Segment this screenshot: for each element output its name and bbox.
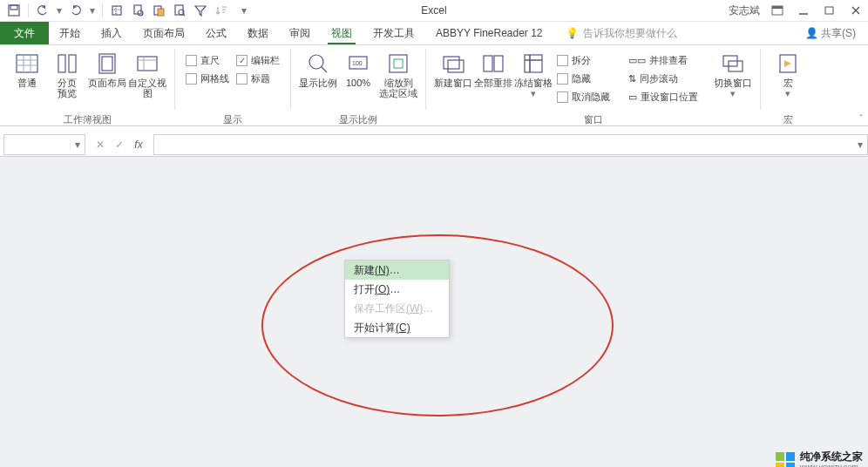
sidebyside-icon: ▭▭: [628, 55, 646, 66]
account-name[interactable]: 安志斌: [729, 3, 760, 18]
svg-rect-1: [10, 5, 17, 10]
svg-rect-24: [448, 60, 464, 72]
tab-review[interactable]: 审阅: [279, 22, 321, 44]
share-button[interactable]: 👤 共享(S): [793, 22, 868, 44]
svg-rect-17: [138, 57, 157, 71]
collapse-ribbon-icon[interactable]: ˆ: [859, 113, 863, 124]
chk-gridlines[interactable]: 网格线: [186, 72, 229, 85]
svg-text:100: 100: [352, 60, 363, 66]
enter-formula-icon[interactable]: ✓: [110, 135, 129, 154]
name-box[interactable]: ▾: [3, 134, 85, 155]
chevron-down-icon[interactable]: ▾: [853, 139, 867, 151]
btn-arrange-all[interactable]: 全部重排: [473, 48, 513, 88]
watermark-logo-icon: [776, 452, 795, 467]
btn-normal-view[interactable]: 普通: [7, 48, 47, 88]
minimize-icon[interactable]: [795, 2, 812, 19]
print-area-icon[interactable]: [108, 2, 125, 19]
svg-rect-23: [444, 57, 459, 69]
svg-point-4: [138, 10, 143, 16]
btn-sync-scroll[interactable]: ⇅同步滚动: [628, 72, 698, 85]
redo-icon[interactable]: [67, 2, 85, 19]
lightbulb-icon: 💡: [566, 27, 579, 39]
redo-dropdown-icon[interactable]: ▾: [88, 2, 97, 19]
chk-headings[interactable]: 标题: [236, 72, 280, 85]
close-icon[interactable]: [847, 2, 865, 19]
worksheet-area[interactable]: 新建(N)… 打开(O)… 保存工作区(W)… 开始计算(C) 纯净系统之家ww…: [0, 157, 868, 467]
context-menu: 新建(N)… 打开(O)… 保存工作区(W)… 开始计算(C): [344, 260, 450, 338]
svg-point-18: [309, 55, 323, 69]
share-icon: 👤: [805, 27, 818, 39]
svg-rect-27: [525, 55, 542, 72]
menu-open[interactable]: 打开(O)…: [345, 280, 449, 299]
btn-zoom-100[interactable]: 100100%: [338, 48, 378, 88]
title-bar: Excel ▾ ▾ ▾ 安志斌: [0, 0, 868, 22]
print-preview-icon[interactable]: [129, 2, 146, 19]
undo-dropdown-icon[interactable]: ▾: [55, 2, 64, 19]
chk-ruler[interactable]: 直尺: [186, 54, 229, 67]
btn-zoom[interactable]: 显示比例: [298, 48, 338, 88]
find-icon[interactable]: [171, 2, 188, 19]
tab-layout[interactable]: 页面布局: [132, 22, 195, 44]
group-workbook-views: 普通 分页 预览 页面布局 自定义视图 工作簿视图: [0, 45, 174, 125]
tab-data[interactable]: 数据: [237, 22, 279, 44]
group-zoom: 显示比例 100100% 缩放到 选定区域 显示比例: [291, 45, 425, 125]
svg-rect-14: [69, 55, 76, 72]
paste-icon[interactable]: [150, 2, 167, 19]
svg-rect-2: [112, 6, 121, 15]
svg-rect-12: [17, 55, 37, 72]
btn-custom-views[interactable]: 自定义视图: [127, 48, 167, 98]
tab-developer[interactable]: 开发工具: [363, 22, 425, 44]
group-show: 直尺 网格线 ✓编辑栏 标题 显示: [175, 45, 290, 125]
chk-formula-bar[interactable]: ✓编辑栏: [236, 54, 280, 67]
fx-icon[interactable]: fx: [129, 135, 148, 154]
svg-rect-22: [394, 59, 403, 68]
qat-customize-icon[interactable]: ▾: [235, 2, 253, 19]
btn-new-window[interactable]: 新建窗口: [433, 48, 473, 88]
ribbon-display-icon[interactable]: [769, 2, 786, 19]
tab-view[interactable]: 视图: [321, 22, 363, 44]
svg-rect-10: [772, 6, 783, 9]
tab-finereader[interactable]: ABBYY FineReader 12: [425, 22, 553, 44]
chevron-down-icon: ▾: [730, 88, 736, 98]
btn-reset-pos[interactable]: ▭重设窗口位置: [628, 91, 698, 104]
btn-side-by-side[interactable]: ▭▭并排查看: [628, 54, 698, 67]
chevron-down-icon[interactable]: ▾: [70, 139, 85, 151]
maximize-icon[interactable]: [821, 2, 838, 19]
btn-zoom-selection[interactable]: 缩放到 选定区域: [378, 48, 418, 98]
menu-save-workspace: 保存工作区(W)…: [345, 299, 449, 318]
sort-icon[interactable]: [213, 2, 230, 19]
sync-scroll-icon: ⇅: [628, 73, 636, 85]
chevron-down-icon: ▾: [531, 88, 536, 98]
tab-home[interactable]: 开始: [49, 22, 91, 44]
btn-split[interactable]: 拆分: [557, 54, 610, 67]
svg-rect-11: [825, 7, 833, 14]
filter-icon[interactable]: [192, 2, 209, 19]
svg-rect-25: [484, 56, 492, 71]
group-macros: 宏▾ 宏: [761, 45, 815, 125]
svg-rect-13: [58, 55, 65, 72]
reset-pos-icon: ▭: [628, 91, 637, 103]
svg-rect-6: [158, 9, 164, 16]
save-icon[interactable]: [5, 2, 23, 19]
tab-formula[interactable]: 公式: [195, 22, 237, 44]
svg-rect-21: [390, 55, 407, 72]
btn-hide[interactable]: 隐藏: [557, 72, 610, 85]
ribbon: 普通 分页 预览 页面布局 自定义视图 工作簿视图 直尺 网格线 ✓编辑栏 标题…: [0, 45, 868, 126]
cancel-formula-icon[interactable]: ✕: [91, 135, 110, 154]
btn-freeze-panes[interactable]: 冻结窗格▾: [513, 48, 553, 98]
tab-insert[interactable]: 插入: [91, 22, 132, 44]
btn-pagebreak-preview[interactable]: 分页 预览: [47, 48, 87, 98]
chevron-down-icon: ▾: [785, 88, 790, 98]
menu-new[interactable]: 新建(N)…: [345, 261, 449, 280]
tab-file[interactable]: 文件: [0, 22, 49, 44]
menu-calculate[interactable]: 开始计算(C): [345, 318, 449, 337]
undo-icon[interactable]: [34, 2, 51, 19]
tell-me[interactable]: 💡 告诉我你想要做什么: [566, 22, 677, 44]
btn-page-layout[interactable]: 页面布局: [87, 48, 127, 88]
btn-switch-windows[interactable]: 切换窗口▾: [713, 48, 753, 98]
group-window: 新建窗口 全部重排 冻结窗格▾ 拆分 隐藏 取消隐藏 ▭▭并排查看 ⇅同步滚动 …: [426, 45, 760, 125]
formula-input[interactable]: ▾: [153, 134, 868, 155]
btn-macros[interactable]: 宏▾: [768, 48, 808, 98]
btn-unhide[interactable]: 取消隐藏: [557, 91, 610, 104]
ribbon-tabs: 文件 开始 插入 页面布局 公式 数据 审阅 视图 开发工具 ABBYY Fin…: [0, 22, 868, 45]
